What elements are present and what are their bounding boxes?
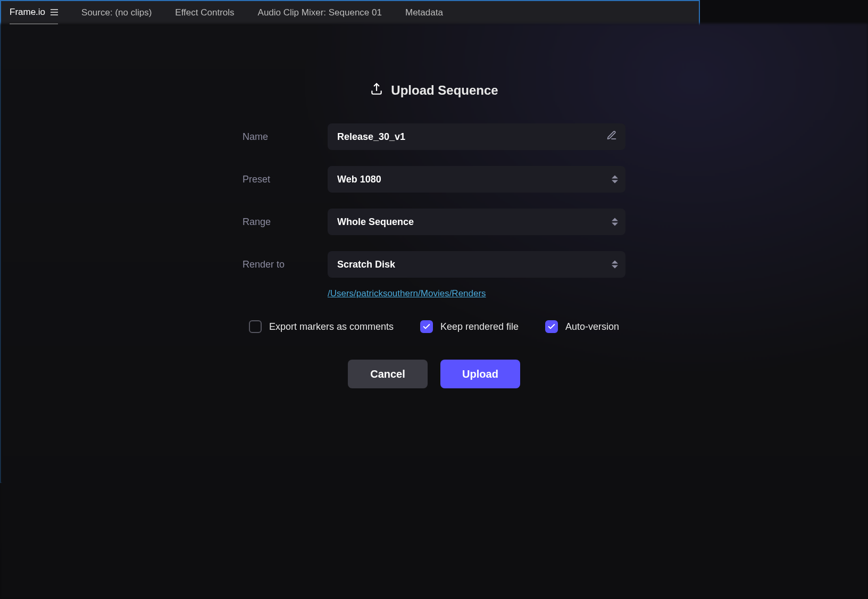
range-value: Whole Sequence: [337, 217, 414, 228]
label-range: Range: [243, 217, 328, 228]
pencil-icon[interactable]: [606, 130, 617, 144]
upload-sequence-modal: Upload Sequence Name Release_30_v1 Prese…: [0, 23, 700, 483]
render-to-value: Scratch Disk: [337, 259, 395, 270]
tab-frameio-label: Frame.io: [10, 7, 45, 18]
upload-button[interactable]: Upload: [440, 360, 520, 388]
modal-title: Upload Sequence: [391, 83, 498, 98]
checkbox-checked-icon: [420, 320, 433, 333]
tab-source[interactable]: Source: (no clips): [81, 1, 152, 24]
range-select[interactable]: Whole Sequence: [328, 209, 625, 235]
preset-value: Web 1080: [337, 174, 381, 185]
cancel-button[interactable]: Cancel: [348, 360, 428, 388]
tab-frameio[interactable]: Frame.io: [10, 1, 58, 24]
tab-effect-controls[interactable]: Effect Controls: [175, 1, 234, 24]
export-markers-label: Export markers as comments: [269, 321, 394, 332]
preset-stepper-icon[interactable]: [612, 176, 618, 184]
panel-menu-icon[interactable]: [51, 9, 58, 15]
tab-audio-mixer[interactable]: Audio Clip Mixer: Sequence 01: [258, 1, 382, 24]
upload-icon: [370, 82, 383, 99]
name-field[interactable]: Release_30_v1: [328, 123, 625, 150]
render-to-select[interactable]: Scratch Disk: [328, 251, 625, 278]
tab-effect-label: Effect Controls: [175, 7, 234, 18]
tab-metadata[interactable]: Metadata: [405, 1, 443, 24]
tab-source-label: Source: (no clips): [81, 7, 152, 18]
name-value: Release_30_v1: [337, 131, 405, 143]
export-markers-checkbox[interactable]: Export markers as comments: [249, 320, 394, 333]
panel-tabbar: Frame.io Source: (no clips) Effect Contr…: [1, 1, 699, 24]
keep-rendered-checkbox[interactable]: Keep rendered file: [420, 320, 519, 333]
keep-rendered-label: Keep rendered file: [440, 321, 519, 332]
auto-version-checkbox[interactable]: Auto-version: [545, 320, 619, 333]
tab-mixer-label: Audio Clip Mixer: Sequence 01: [258, 7, 382, 18]
auto-version-label: Auto-version: [565, 321, 619, 332]
preset-select[interactable]: Web 1080: [328, 166, 625, 193]
tab-metadata-label: Metadata: [405, 7, 443, 18]
modal-title-row: Upload Sequence: [243, 82, 625, 99]
label-preset: Preset: [243, 174, 328, 185]
label-render-to: Render to: [243, 259, 328, 270]
render-path-link[interactable]: /Users/patricksouthern/Movies/Renders: [328, 288, 486, 298]
render-to-stepper-icon[interactable]: [612, 261, 618, 269]
checkbox-checked-icon: [545, 320, 558, 333]
checkbox-icon: [249, 320, 262, 333]
range-stepper-icon[interactable]: [612, 218, 618, 226]
label-name: Name: [243, 131, 328, 143]
